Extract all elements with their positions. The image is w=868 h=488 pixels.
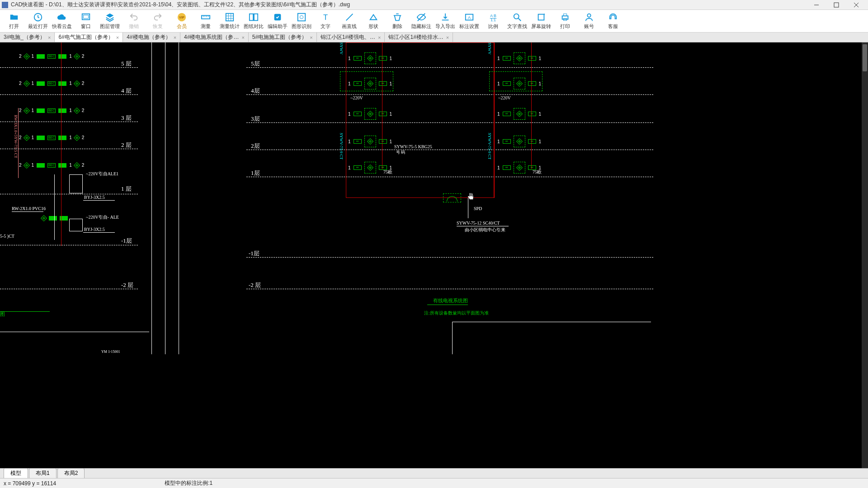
document-tab[interactable]: 锦江小区1#楼强电、…× (317, 33, 385, 42)
toolbar-print[interactable]: 打印 (553, 10, 577, 32)
svg-point-15 (300, 15, 303, 19)
layout-tab-layout2[interactable]: 布局2 (57, 468, 85, 478)
toolbar-delete[interactable]: 删除 (385, 10, 409, 32)
tv-symbol-row: 1∞∞1 (497, 136, 541, 147)
toolbar-io[interactable]: 导入导出 (433, 10, 457, 32)
toolbar-redo: 恢复 (146, 10, 170, 32)
layout-tab-model[interactable]: 模型 (4, 468, 28, 478)
open-icon (9, 12, 19, 22)
annotation-text: ~220V (350, 95, 363, 100)
vip-icon: VIP (177, 12, 187, 22)
toolbar-hide[interactable]: 隐藏标注 (409, 10, 433, 32)
vertical-label: RW-3X1.0+5YW-75-5 CT (14, 115, 18, 158)
document-tab[interactable]: 3#电施_（参考）× (0, 33, 55, 42)
annotation-text: 由小区弱电中心引来 (465, 227, 505, 233)
line-icon (344, 12, 354, 22)
svg-rect-26 (538, 14, 544, 20)
print-icon (560, 12, 570, 22)
close-tab-icon[interactable]: × (446, 35, 449, 40)
close-tab-icon[interactable]: × (174, 35, 176, 40)
layout-tab-layout1[interactable]: 布局1 (29, 468, 57, 478)
toolbar-vip[interactable]: VIP会员 (170, 10, 193, 32)
close-tab-icon[interactable]: × (310, 35, 312, 40)
toolbar-open[interactable]: 打开 (2, 10, 26, 32)
document-tab[interactable]: 4#楼电施系统图（参…× (180, 33, 249, 42)
document-tab[interactable]: 锦江小区1#楼给排水…× (385, 33, 453, 42)
symbol-row: 21 BEC 12 (19, 81, 84, 86)
drawing-canvas[interactable]: 5 层 4 层 3 层 2 层 1 层 -1层 -2 层 21 BEC 12 2… (0, 42, 868, 468)
document-tab[interactable]: 4#楼电施（参考）× (123, 33, 180, 42)
toolbar-layers[interactable]: 图层管理 (98, 10, 122, 32)
toolbar-measure[interactable]: 测量 (193, 10, 217, 32)
toolbar-edit[interactable]: 编辑助手 (265, 10, 289, 32)
toolbar: 打开最近打开快看云盘窗口图层管理撤销恢复VIP会员测量测量统计图纸对比编辑助手图… (0, 10, 868, 33)
minimize-button[interactable] (807, 0, 826, 9)
document-tab[interactable]: 6#电气施工图（参考）× (55, 33, 123, 42)
divider-line (165, 42, 165, 354)
vertical-scrollbar[interactable] (862, 42, 868, 468)
toolbar-text[interactable]: T文字 (313, 10, 337, 32)
floor-label: 3层 (251, 115, 260, 123)
toolbar-find[interactable]: 文字查找 (505, 10, 529, 32)
close-tab-icon[interactable]: × (378, 35, 381, 40)
io-icon (440, 12, 450, 22)
symbol-row: 21 BEC 12 (19, 163, 84, 168)
toolbar-scale[interactable]: A:B1:1比例 (481, 10, 505, 32)
floor-label: 1层 (251, 169, 260, 177)
annotation-text: 号 码 (396, 150, 405, 155)
support-icon (608, 12, 618, 22)
toolbar-shape[interactable]: 形状 (361, 10, 385, 32)
svg-point-30 (587, 14, 590, 17)
svg-line-17 (346, 14, 353, 21)
toolbar-support[interactable]: 客服 (601, 10, 625, 32)
close-tab-icon[interactable]: × (48, 35, 51, 40)
status-bar: x = 709499 y = 16114 模型中的标注比例:1 (0, 478, 868, 488)
floor-label: 4 层 (121, 87, 132, 95)
annotation-text: SYWV-75-12 SC40/CT (457, 221, 500, 225)
toolbar-cloud[interactable]: 快看云盘 (50, 10, 74, 32)
svg-rect-12 (254, 14, 257, 21)
red-frame (346, 42, 494, 198)
toolbar-recent[interactable]: 最近打开 (26, 10, 50, 32)
annotation-text: ~220V引自ALE1 (86, 171, 118, 177)
close-tab-icon[interactable]: × (241, 35, 244, 40)
layers-icon (105, 12, 115, 22)
floor-label: 3 层 (121, 114, 132, 122)
floor-label: -1层 (249, 249, 259, 258)
annotation-text: 75欧 (533, 169, 542, 175)
annotation-text: BYJ-3X2.5 (84, 195, 105, 200)
annotation-text: SPD (474, 206, 482, 211)
toolbar-annoset[interactable]: A标注设置 (457, 10, 481, 32)
svg-rect-10 (226, 14, 233, 21)
maximize-button[interactable] (826, 0, 846, 9)
tv-symbol-row: 1∞∞1 (348, 136, 392, 147)
dashline (0, 149, 138, 149)
document-tab[interactable]: 5#电施施工图（参考）× (249, 33, 317, 42)
dashline (0, 94, 138, 95)
symbol-row: 21 BEC 12 (19, 54, 84, 59)
svg-text:T: T (323, 13, 327, 21)
toolbar-window[interactable]: 窗口 (74, 10, 98, 32)
svg-line-25 (518, 19, 521, 21)
close-button[interactable] (846, 0, 866, 9)
svg-rect-6 (83, 15, 88, 18)
toolbar-compare[interactable]: 图纸对比 (241, 10, 265, 32)
window-icon (81, 12, 91, 22)
toolbar-line[interactable]: 画直线 (337, 10, 361, 32)
cursor-hand-icon (466, 192, 476, 202)
toolbar-stats[interactable]: 测量统计 (217, 10, 241, 32)
close-tab-icon[interactable]: × (116, 35, 119, 40)
coordinates: x = 709499 y = 16114 (4, 480, 56, 487)
annotation-text: 图 (0, 311, 5, 318)
vertical-label: SYWV (487, 42, 492, 55)
tv-symbol-row: 1∞∞1 (348, 52, 392, 64)
tv-symbol-row: 1∞∞1 (497, 52, 541, 64)
measure-icon (201, 12, 211, 22)
box (69, 219, 83, 231)
shape-icon (368, 12, 378, 22)
toolbar-rotate[interactable]: 屏幕旋转 (529, 10, 553, 32)
toolbar-recognize[interactable]: 图形识别 (289, 10, 313, 32)
toolbar-account[interactable]: 账号 (577, 10, 601, 32)
vertical-label: SYWV (339, 42, 344, 55)
symbol-row: 21 BEC 12 (19, 108, 84, 113)
